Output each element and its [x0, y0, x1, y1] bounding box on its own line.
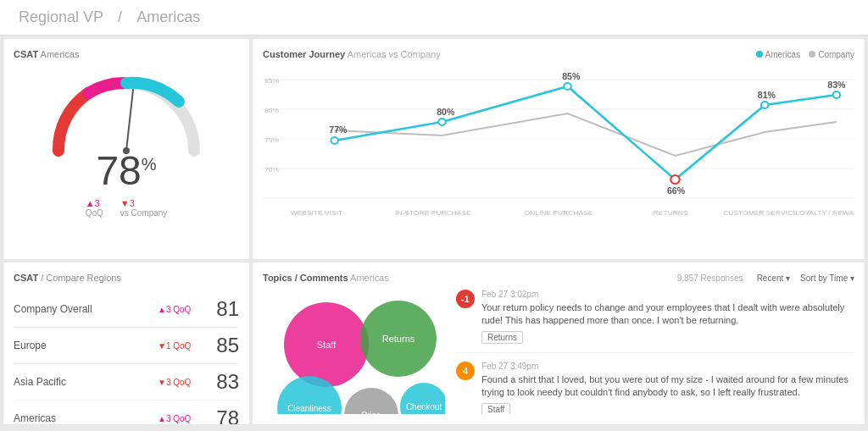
region-score: 81	[209, 297, 239, 321]
legend-americas: Americas	[756, 50, 801, 59]
region-row: Company Overall ▲3 QoQ 81	[14, 291, 239, 328]
comment-item: -1 Feb 27 3:02pm Your return policy need…	[456, 290, 854, 353]
region-change: ▼1 QoQ	[158, 341, 209, 351]
topics-bubbles: Staff Returns Cleanliness Price Checkout	[263, 290, 449, 414]
svg-point-16	[670, 175, 680, 184]
region-row: Americas ▲3 QoQ 78	[14, 401, 239, 424]
region-score: 85	[209, 334, 239, 357]
csat-title: CSAT Americas	[14, 49, 239, 59]
breadcrumb-root[interactable]: Regional VP	[19, 8, 103, 25]
breadcrumb-current[interactable]: Americas	[136, 8, 200, 25]
svg-text:75%: 75%	[264, 136, 280, 144]
comment-item: 4 Feb 27 3:49pm Found a shirt that I lov…	[456, 362, 854, 414]
gauge-container: 0 100 78% ▲3 QoQ ▼3 vs Company	[14, 66, 239, 218]
region-name: Europe	[14, 340, 158, 351]
region-name: Asia Pacific	[14, 376, 158, 388]
region-name: Americas	[14, 412, 158, 424]
comment-tag[interactable]: Staff	[481, 403, 510, 414]
comment-score: -1	[456, 290, 475, 308]
page: Regional VP / Americas CSAT Americas	[0, 0, 868, 431]
svg-text:Staff: Staff	[317, 340, 337, 350]
gauge-stats: ▲3 QoQ ▼3 vs Company	[86, 198, 168, 218]
gauge-value: 78%	[96, 151, 156, 191]
svg-text:LOYALTY / REWARDS: LOYALTY / REWARDS	[795, 209, 854, 217]
journey-header: Customer Journey Americas vs Company Ame…	[263, 49, 854, 59]
compare-card: CSAT / Compare Regions Company Overall ▲…	[3, 262, 249, 424]
sort-recent[interactable]: Recent ▾	[757, 274, 790, 283]
svg-text:80%: 80%	[437, 108, 454, 117]
comment-date: Feb 27 3:49pm	[481, 362, 854, 371]
journey-title: Customer Journey Americas vs Company	[263, 49, 441, 59]
svg-text:70%: 70%	[264, 166, 280, 174]
sort-time[interactable]: Sort by Time ▾	[800, 274, 854, 283]
svg-text:IN-STORE PURCHASE: IN-STORE PURCHASE	[395, 209, 471, 217]
legend-company: Company	[809, 50, 854, 59]
svg-text:77%: 77%	[329, 125, 347, 135]
qoq-up-stat: ▲3 QoQ	[86, 198, 103, 218]
svg-text:83%: 83%	[827, 80, 845, 90]
region-score: 83	[209, 370, 239, 394]
comment-content: Feb 27 3:02pm Your return policy needs t…	[481, 290, 854, 344]
svg-point-13	[331, 137, 337, 144]
header: Regional VP / Americas	[0, 0, 868, 36]
svg-text:Checkout: Checkout	[406, 402, 442, 412]
journey-chart: 85% 80% 75% 70% 7	[263, 63, 854, 224]
svg-text:81%: 81%	[758, 91, 776, 100]
region-name: Company Overall	[14, 303, 158, 315]
svg-text:85%: 85%	[264, 77, 280, 85]
svg-text:ONLINE PURCHASE: ONLINE PURCHASE	[525, 209, 593, 217]
svg-text:Returns: Returns	[382, 334, 415, 344]
csat-card: CSAT Americas 0 100	[3, 39, 249, 259]
svg-point-17	[761, 102, 768, 108]
topics-body: Staff Returns Cleanliness Price Checkout	[263, 290, 854, 414]
topics-header: Topics / Comments Americas 9,857 Respons…	[263, 273, 854, 283]
regions-list: Company Overall ▲3 QoQ 81 Europe ▼1 QoQ …	[14, 291, 239, 424]
svg-text:85%: 85%	[562, 72, 580, 81]
region-change: ▼3 QoQ	[158, 378, 209, 387]
comment-date: Feb 27 3:02pm	[481, 290, 854, 299]
journey-legend: Americas Company	[756, 50, 855, 59]
region-row: Asia Pacific ▼3 QoQ 83	[14, 364, 239, 401]
svg-text:66%: 66%	[667, 186, 685, 196]
svg-text:100: 100	[187, 157, 200, 159]
topics-responses: 9,857 Responses	[677, 274, 743, 283]
topics-comments[interactable]: -1 Feb 27 3:02pm Your return policy need…	[456, 290, 854, 414]
journey-card: Customer Journey Americas vs Company Ame…	[253, 39, 865, 259]
topics-sort: Recent ▾ Sort by Time ▾	[757, 274, 854, 283]
svg-point-18	[833, 91, 840, 98]
main-grid: CSAT Americas 0 100	[0, 36, 868, 428]
topics-title: Topics / Comments Americas	[263, 273, 389, 283]
region-row: Europe ▼1 QoQ 85	[14, 328, 239, 364]
svg-text:80%: 80%	[264, 107, 280, 114]
region-change: ▲3 QoQ	[158, 414, 209, 423]
svg-text:CUSTOMER SERVICE: CUSTOMER SERVICE	[723, 209, 798, 217]
gauge-svg: 0 100	[42, 66, 211, 159]
svg-text:Cleanliness: Cleanliness	[287, 404, 331, 413]
vs-company-stat: ▼3 vs Company	[120, 198, 168, 218]
page-title: Regional VP / Americas	[14, 8, 205, 26]
vs-arrow: ▼3	[120, 198, 135, 208]
comment-tag[interactable]: Returns	[481, 331, 523, 344]
topics-card: Topics / Comments Americas 9,857 Respons…	[253, 262, 865, 424]
qoq-arrow: ▲3	[86, 198, 100, 208]
breadcrumb-separator: /	[118, 8, 122, 25]
compare-title: CSAT / Compare Regions	[14, 273, 239, 283]
svg-point-15	[564, 83, 570, 90]
svg-line-0	[126, 90, 133, 151]
svg-text:RETURNS: RETURNS	[654, 209, 688, 217]
region-score: 78	[209, 406, 239, 424]
svg-text:Price: Price	[362, 411, 381, 414]
region-change: ▲3 QoQ	[158, 305, 209, 314]
comment-text: Found a shirt that I loved, but you were…	[481, 373, 854, 400]
svg-point-14	[438, 119, 445, 125]
svg-text:WEBSITE VISIT: WEBSITE VISIT	[291, 209, 342, 217]
comment-score: 4	[456, 362, 475, 380]
svg-text:0: 0	[57, 157, 61, 159]
comment-content: Feb 27 3:49pm Found a shirt that I loved…	[481, 362, 854, 414]
comment-text: Your return policy needs to change and y…	[481, 301, 854, 328]
